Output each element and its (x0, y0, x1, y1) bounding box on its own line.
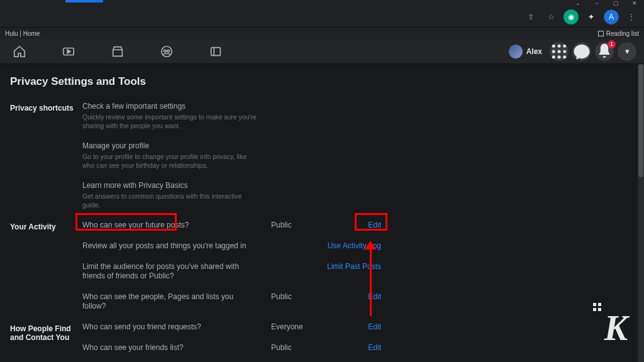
content-area: Privacy Settings and Tools Privacy short… (0, 64, 644, 362)
svg-point-8 (552, 50, 555, 53)
username-label: Alex (526, 47, 542, 56)
page-title: Privacy Settings and Tools (0, 64, 644, 96)
active-tab-indicator (65, 0, 103, 3)
setting-row: Who can see the people, Pages and lists … (82, 287, 634, 317)
messenger-button[interactable] (572, 42, 591, 61)
setting-row: Who can see your future posts? Public Ed… (82, 215, 634, 236)
svg-point-13 (563, 55, 566, 58)
avatar (509, 45, 523, 58)
svg-point-2 (164, 50, 166, 52)
maximize-button[interactable]: ▢ (606, 0, 625, 6)
section-privacy-shortcuts: Privacy shortcuts Check a few important … (0, 96, 644, 215)
row-title: Manage your profile (82, 141, 258, 151)
annotation-arrow-shaft (370, 244, 372, 316)
annotation-arrow-head (365, 241, 376, 250)
bookmarks-bar: Hulu | Home Reading list (0, 28, 644, 39)
shortcut-row[interactable]: Manage your profile Go to your profile t… (82, 136, 634, 175)
browser-profile-avatar[interactable]: A (604, 9, 619, 25)
svg-point-12 (558, 55, 561, 58)
reading-list-link[interactable]: Reading list (606, 30, 639, 37)
notif-badge: 1 (608, 40, 616, 48)
bookmark-hulu[interactable]: Hulu | Home (5, 30, 40, 37)
scrollbar-thumb[interactable] (638, 64, 643, 177)
shortcut-row[interactable]: Learn more with Privacy Basics Get answe… (82, 175, 634, 215)
extensions-icon[interactable]: ✦ (584, 9, 599, 25)
reading-list-icon[interactable] (598, 31, 604, 36)
profile-chip[interactable]: Alex (509, 45, 542, 58)
watermark-k: K (604, 308, 626, 348)
notifications-button[interactable]: 1 (595, 42, 614, 61)
dropdown-icon[interactable]: ⌄ (569, 0, 587, 6)
extension-green-icon[interactable]: ◉ (564, 9, 579, 25)
row-title: Learn more with Privacy Basics (82, 181, 258, 190)
svg-point-11 (552, 55, 555, 58)
setting-row: Limit the audience for posts you've shar… (82, 256, 634, 287)
window-controls: ⌄ – ▢ ✕ (569, 0, 644, 6)
setting-row: Who can send you friend requests? Everyo… (82, 317, 634, 337)
row-value: Public (271, 343, 340, 353)
scrollbar[interactable] (638, 64, 644, 362)
row-title: Review all your posts and things you're … (82, 241, 258, 251)
edit-link[interactable]: Edit (340, 322, 381, 332)
setting-row: Who can see your friends list? Public Ed… (82, 337, 634, 358)
minimize-button[interactable]: – (587, 0, 606, 6)
svg-point-3 (167, 50, 170, 52)
svg-rect-4 (211, 47, 221, 55)
shortcut-row[interactable]: Check a few important settings Quickly r… (82, 96, 634, 136)
row-sub: Go to your profile to change your profil… (82, 152, 258, 170)
row-value: Everyone (271, 322, 340, 332)
row-sub: Get answers to common questions with thi… (82, 192, 258, 209)
svg-point-9 (558, 50, 561, 53)
groups-icon[interactable] (160, 45, 174, 58)
menu-grid-button[interactable] (550, 42, 569, 61)
svg-point-5 (552, 44, 555, 47)
share-icon[interactable]: ⇧ (523, 9, 538, 25)
svg-point-10 (563, 50, 566, 53)
svg-point-6 (558, 44, 561, 47)
row-title: Limit the audience for posts you've shar… (82, 262, 258, 281)
setting-row: Review all your posts and things you're … (82, 236, 634, 256)
section-label: How People Find and Contact You (10, 317, 82, 362)
row-sub: Quickly review some important settings t… (82, 112, 258, 130)
svg-point-7 (563, 44, 566, 47)
home-icon[interactable] (13, 45, 26, 58)
section-label: Your Activity (10, 215, 82, 317)
gaming-icon[interactable] (209, 45, 223, 58)
edit-link[interactable]: Edit (340, 343, 381, 353)
bookmark-star-icon[interactable]: ☆ (543, 9, 558, 25)
account-dropdown-button[interactable]: ▾ (618, 42, 636, 61)
browser-toolbar: ⇧ ☆ ◉ ✦ A ⋮ (0, 6, 644, 28)
row-title: Who can see your friends list? (82, 343, 258, 353)
row-value: Public (271, 292, 340, 311)
edit-link[interactable]: Edit (340, 221, 381, 230)
section-label: Privacy shortcuts (10, 96, 82, 215)
browser-menu-icon[interactable]: ⋮ (624, 9, 639, 25)
section-your-activity: Your Activity Who can see your future po… (0, 215, 644, 317)
edit-link[interactable]: Edit (340, 292, 381, 311)
setting-row: Who can look you up using the email addr… (82, 358, 634, 362)
fb-top-nav: Alex 1 ▾ (0, 39, 644, 64)
watch-icon[interactable] (62, 45, 75, 58)
section-find-contact: How People Find and Contact You Who can … (0, 317, 644, 362)
row-title: Who can send you friend requests? (82, 322, 258, 332)
row-title: Who can see the people, Pages and lists … (82, 292, 258, 311)
market-icon[interactable] (111, 45, 125, 58)
os-titlebar: ⌄ – ▢ ✕ (0, 0, 644, 6)
row-value: Public (271, 221, 340, 230)
row-title: Check a few important settings (82, 102, 258, 111)
svg-point-1 (162, 46, 172, 57)
row-title: Who can see your future posts? (82, 221, 258, 230)
close-button[interactable]: ✕ (625, 0, 644, 6)
